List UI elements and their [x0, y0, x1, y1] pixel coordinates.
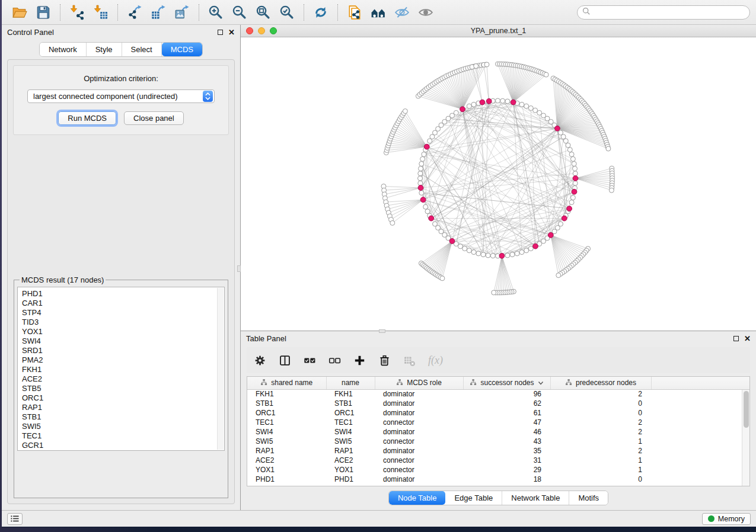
graph-node[interactable]: [467, 104, 471, 108]
tab-network-table[interactable]: Network Table: [502, 491, 569, 505]
graph-node[interactable]: [496, 98, 500, 103]
search-box[interactable]: [577, 5, 750, 20]
float-panel-icon[interactable]: [218, 30, 223, 35]
table-cell[interactable]: SWI4: [247, 427, 326, 437]
mcds-result-item[interactable]: ACE2: [22, 374, 224, 384]
table-cell[interactable]: RAP1: [326, 446, 375, 456]
graph-mcds-node[interactable]: [511, 100, 516, 105]
graph-node[interactable]: [454, 110, 458, 115]
table-cell[interactable]: 43: [463, 437, 550, 446]
graph-node[interactable]: [572, 162, 576, 166]
table-cell[interactable]: FKH1: [326, 389, 375, 399]
table-cell[interactable]: PHD1: [247, 475, 326, 484]
criterion-select[interactable]: largest connected component (undirected): [27, 89, 215, 103]
graph-leaf-node[interactable]: [390, 220, 395, 225]
table-cell[interactable]: 47: [463, 418, 550, 427]
float-table-panel-icon[interactable]: [733, 336, 739, 341]
table-cell[interactable]: 2: [550, 427, 651, 437]
table-cell[interactable]: 0: [550, 475, 651, 484]
table-cell[interactable]: 1: [550, 437, 651, 446]
export-table-icon[interactable]: [146, 3, 170, 22]
table-cell[interactable]: 1: [550, 465, 651, 475]
graph-node[interactable]: [533, 108, 538, 113]
zoom-selected-icon[interactable]: [275, 3, 299, 22]
graph-node[interactable]: [420, 156, 425, 161]
graph-node[interactable]: [425, 209, 430, 214]
graph-node[interactable]: [569, 200, 574, 205]
graph-mcds-node[interactable]: [429, 216, 434, 221]
graph-mcds-node[interactable]: [480, 100, 485, 105]
table-cell[interactable]: connector: [375, 437, 463, 446]
mcds-result-item[interactable]: SWI5: [22, 422, 224, 431]
mcds-result-item[interactable]: TID3: [22, 318, 224, 327]
table-cell[interactable]: ACE2: [326, 456, 375, 465]
table-cell[interactable]: ORC1: [326, 408, 375, 418]
graph-node[interactable]: [458, 244, 462, 249]
table-cell[interactable]: 62: [463, 399, 550, 408]
maximize-window-icon[interactable]: [270, 27, 277, 34]
graph-leaf-node[interactable]: [492, 290, 496, 295]
table-cell[interactable]: STB1: [326, 399, 375, 408]
tab-mcds[interactable]: MCDS: [162, 43, 202, 56]
graph-mcds-node[interactable]: [562, 216, 567, 221]
graph-node[interactable]: [471, 250, 476, 255]
graph-node[interactable]: [490, 254, 495, 258]
graph-node[interactable]: [419, 162, 424, 166]
table-cell[interactable]: 2: [550, 446, 651, 456]
graph-node[interactable]: [419, 166, 423, 171]
mcds-result-item[interactable]: CAR1: [22, 299, 224, 308]
table-scrollbar[interactable]: [742, 390, 749, 486]
table-cell[interactable]: ACE2: [247, 456, 326, 465]
graph-node[interactable]: [528, 106, 533, 111]
table-cell[interactable]: 2: [550, 418, 651, 427]
table-cell[interactable]: 2: [550, 389, 651, 399]
table-cell[interactable]: dominator: [375, 475, 463, 484]
graph-mcds-node[interactable]: [572, 189, 577, 194]
graph-node[interactable]: [422, 152, 426, 157]
table-row[interactable]: STB1STB1dominator620: [247, 399, 749, 408]
search-network-icon[interactable]: [366, 3, 390, 22]
tab-style[interactable]: Style: [87, 43, 122, 56]
vertical-splitter-handle[interactable]: [237, 265, 241, 272]
task-history-button[interactable]: [7, 513, 23, 525]
mcds-result-item[interactable]: SRD1: [22, 346, 224, 355]
graph-node[interactable]: [573, 166, 578, 171]
tab-network[interactable]: Network: [40, 43, 87, 56]
table-cell[interactable]: 0: [550, 399, 651, 408]
graph-leaf-node[interactable]: [544, 72, 548, 77]
graph-node[interactable]: [486, 253, 490, 258]
graph-node[interactable]: [566, 143, 570, 148]
table-cell[interactable]: FKH1: [247, 389, 326, 399]
open-file-icon[interactable]: [8, 3, 31, 22]
mcds-list-scrollbar[interactable]: [217, 288, 224, 450]
graph-node[interactable]: [418, 176, 423, 181]
tab-edge-table[interactable]: Edge Table: [445, 491, 502, 505]
network-window-titlebar[interactable]: YPA_prune.txt_1: [241, 25, 756, 37]
table-cell[interactable]: dominator: [375, 446, 463, 456]
graph-node[interactable]: [419, 191, 424, 196]
mcds-result-item[interactable]: STB1: [22, 412, 224, 422]
mcds-result-item[interactable]: GCR1: [22, 441, 224, 450]
graph-node[interactable]: [462, 246, 467, 251]
graph-leaf-node[interactable]: [403, 109, 407, 114]
zoom-fit-icon[interactable]: [251, 3, 275, 22]
graph-mcds-node[interactable]: [567, 206, 572, 211]
graph-node[interactable]: [567, 148, 572, 152]
graph-leaf-node[interactable]: [440, 276, 445, 281]
run-mcds-button[interactable]: Run MCDS: [58, 111, 116, 125]
table-row[interactable]: YOX1YOX1connector291: [247, 465, 749, 475]
import-table-icon[interactable]: [89, 3, 113, 22]
graph-node[interactable]: [505, 253, 510, 258]
tab-motifs[interactable]: Motifs: [569, 491, 608, 505]
export-network-icon[interactable]: [123, 3, 146, 22]
close-window-icon[interactable]: [246, 27, 253, 34]
graph-mcds-node[interactable]: [533, 243, 538, 249]
mcds-result-item[interactable]: RAP1: [22, 403, 224, 412]
graph-mcds-node[interactable]: [486, 98, 492, 104]
mcds-result-item[interactable]: TEC1: [22, 431, 224, 441]
table-cell[interactable]: SWI4: [326, 427, 375, 437]
show-graphics-details-icon[interactable]: [414, 3, 438, 22]
graph-mcds-node[interactable]: [418, 185, 423, 191]
memory-button[interactable]: Memory: [702, 513, 751, 525]
graph-node[interactable]: [524, 248, 529, 253]
